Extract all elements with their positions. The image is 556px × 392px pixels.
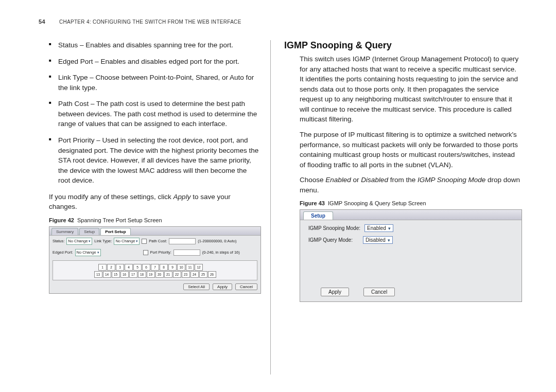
port-16[interactable]: 16 (120, 271, 129, 278)
port-14[interactable]: 14 (103, 271, 111, 278)
port-20[interactable]: 20 (155, 271, 164, 278)
fig42-tabbar: Summary Setup Port Setup (49, 227, 260, 236)
port-4[interactable]: 4 (125, 264, 133, 271)
port-8[interactable]: 8 (160, 264, 168, 271)
port-12[interactable]: 12 (195, 264, 203, 271)
tab-summary[interactable]: Summary (51, 228, 78, 235)
figure42-screenshot: Summary Setup Port Setup Status: No Chan… (49, 226, 261, 294)
query-mode-select[interactable]: Disabled (363, 236, 393, 244)
linktype-select[interactable]: No Change (114, 238, 140, 245)
selectall-button[interactable]: Select All (183, 283, 210, 290)
left-column: Status – Enables and disables spanning t… (39, 40, 270, 375)
port-3[interactable]: 3 (116, 264, 124, 271)
linktype-label: Link Type: (94, 239, 112, 243)
page-header: 54 CHAPTER 4: CONFIGURING THE SWITCH FRO… (39, 19, 530, 25)
figure43-caption: Figure 43 IGMP Snooping & Query Setup Sc… (300, 200, 521, 206)
bullet-path-cost: Path Cost – The path cost is used to det… (49, 99, 260, 129)
tab-setup[interactable]: Setup (79, 228, 99, 235)
igmp-paragraph-2: The purpose of IP multicast filtering is… (300, 130, 521, 170)
port-13[interactable]: 13 (94, 271, 102, 278)
bullet-port-priority: Port Priority – Used in selecting the ro… (49, 135, 260, 186)
bullet-status: Status – Enables and disables spanning t… (49, 40, 260, 50)
cancel-button[interactable]: Cancel (235, 283, 257, 290)
portpriority-input[interactable] (173, 250, 200, 256)
port-selector-panel: 123456789101112 131415161718192021222324… (53, 260, 257, 280)
port-7[interactable]: 7 (151, 264, 159, 271)
section-heading-igmp: IGMP Snooping & Query (284, 40, 521, 51)
document-page: 54 CHAPTER 4: CONFIGURING THE SWITCH FRO… (0, 0, 556, 392)
port-17[interactable]: 17 (129, 271, 137, 278)
page-number: 54 (39, 19, 45, 25)
igmp-paragraph-1: This switch uses IGMP (Internet Group Ma… (300, 54, 521, 124)
ports-row-2: 1314151617181920212223242526 (94, 271, 216, 278)
chapter-title: CHAPTER 4: CONFIGURING THE SWITCH FROM T… (59, 19, 241, 25)
figure42-caption: Figure 42 Spanning Tree Port Setup Scree… (49, 217, 260, 223)
pathcost-checkbox[interactable] (142, 239, 147, 244)
port-2[interactable]: 2 (107, 264, 115, 271)
cancel-button[interactable]: Cancel (363, 288, 395, 296)
apply-button[interactable]: Apply (213, 283, 232, 290)
port-21[interactable]: 21 (164, 271, 172, 278)
port-19[interactable]: 19 (147, 271, 155, 278)
apply-button[interactable]: Apply (321, 288, 349, 296)
snooping-mode-label: IGMP Snooping Mode: (308, 225, 360, 231)
status-select[interactable]: No Change (66, 238, 92, 245)
port-6[interactable]: 6 (142, 264, 150, 271)
bullet-edged-port: Edged Port – Enables and disables edged … (49, 57, 260, 67)
status-label: Status: (53, 239, 64, 243)
port-24[interactable]: 24 (190, 271, 199, 278)
pathcost-input[interactable] (169, 238, 196, 244)
edged-label: Edged Port: (53, 250, 73, 255)
portpriority-label: Port Priority: (150, 250, 171, 255)
column-divider (270, 40, 271, 375)
bullet-link-type: Link Type – Choose between Point-to-Poin… (49, 73, 260, 93)
pathcost-hint: (1-200000000, 0:Auto) (198, 239, 236, 243)
right-column: IGMP Snooping & Query This switch uses I… (276, 40, 521, 375)
port-23[interactable]: 23 (182, 271, 190, 278)
port-26[interactable]: 26 (208, 271, 216, 278)
tab-port-setup[interactable]: Port Setup (100, 228, 130, 235)
port-5[interactable]: 5 (133, 264, 142, 271)
portpriority-hint: (0-240, in steps of 16) (202, 250, 240, 255)
port-10[interactable]: 10 (177, 264, 185, 271)
port-18[interactable]: 18 (138, 271, 146, 278)
edged-select[interactable]: No Change (75, 249, 101, 256)
fig43-tabbar: Setup (300, 210, 522, 220)
tab-setup[interactable]: Setup (303, 211, 333, 220)
apply-instruction: If you modify any of these settings, cli… (49, 192, 260, 212)
pathcost-label: Path Cost: (149, 239, 167, 243)
port-1[interactable]: 1 (98, 264, 107, 271)
ports-row-1: 123456789101112 (98, 264, 212, 271)
port-11[interactable]: 11 (186, 264, 194, 271)
portpriority-checkbox[interactable] (143, 250, 148, 255)
figure43-screenshot: Setup IGMP Snooping Mode: Enabled IGMP Q… (300, 209, 522, 302)
port-25[interactable]: 25 (199, 271, 207, 278)
port-15[interactable]: 15 (112, 271, 120, 278)
igmp-paragraph-3: Choose Enabled or Disabled from the IGMP… (300, 175, 521, 195)
port-9[interactable]: 9 (168, 264, 177, 271)
port-22[interactable]: 22 (173, 271, 181, 278)
query-mode-label: IGMP Query Mode: (308, 237, 353, 243)
feature-bullet-list: Status – Enables and disables spanning t… (39, 40, 260, 186)
snooping-mode-select[interactable]: Enabled (364, 224, 393, 232)
